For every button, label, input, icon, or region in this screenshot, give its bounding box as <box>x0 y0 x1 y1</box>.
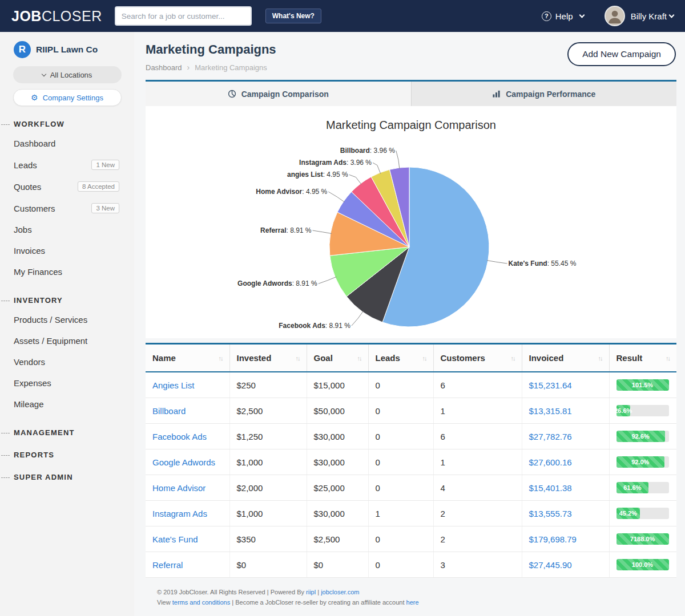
search-input[interactable] <box>115 6 252 26</box>
cell-name: Angies List <box>146 372 229 398</box>
add-new-campaign-button[interactable]: Add New Campaign <box>567 42 676 66</box>
sidebar: R RIIPL Lawn Co All Locations ⚙ Company … <box>0 32 134 616</box>
column-header-invoiced[interactable]: Invoiced↑↓ <box>522 344 609 372</box>
all-locations-dropdown[interactable]: All Locations <box>13 66 122 83</box>
company-settings-button[interactable]: ⚙ Company Settings <box>13 89 122 106</box>
cell-goal: $15,000 <box>307 372 368 398</box>
sort-icon[interactable]: ↑↓ <box>296 355 300 362</box>
campaign-link-instagram-ads[interactable]: Instagram Ads <box>152 509 207 518</box>
column-label: Goal <box>314 353 333 363</box>
sidebar-item-expenses[interactable]: Expenses <box>0 372 134 394</box>
column-header-name[interactable]: Name↑↓ <box>146 344 229 372</box>
cell-invested: $2,000 <box>229 475 307 501</box>
pie-label-billboard: Billboard: 3.96 % <box>340 147 395 155</box>
sidebar-section-super-admin: SUPER ADMIN <box>0 473 134 481</box>
breadcrumb-current: Marketing Campaigns <box>195 63 267 72</box>
invoice-link-kate-s-fund[interactable]: $179,698.79 <box>529 534 577 544</box>
table-row: Google Adwords$1,000$30,00001$27,600.169… <box>146 449 676 475</box>
invoice-link-facebook-ads[interactable]: $27,782.76 <box>529 432 572 441</box>
progress-bar-fill: 101.5% <box>616 379 669 391</box>
pie-label-connector <box>349 175 361 184</box>
sort-icon[interactable]: ↑↓ <box>511 355 515 362</box>
sidebar-item-label: Expenses <box>14 378 51 388</box>
cell-invoiced: $179,698.79 <box>522 526 609 552</box>
user-menu[interactable]: Billy Kraft <box>631 11 674 21</box>
campaign-link-billboard[interactable]: Billboard <box>152 406 186 416</box>
chevron-down-icon <box>579 12 585 18</box>
progress-bar-track: 26.6% <box>616 405 669 416</box>
cell-name: Kate's Fund <box>146 526 229 552</box>
sidebar-item-label: Leads <box>14 160 37 170</box>
avatar[interactable] <box>605 6 625 26</box>
sidebar-item-leads[interactable]: Leads1 New <box>0 154 134 176</box>
logo-light: CLOSER <box>42 8 102 24</box>
page-title: Marketing Campaigns <box>146 42 276 57</box>
sidebar-item-customers[interactable]: Customers3 New <box>0 197 134 219</box>
campaign-link-google-adwords[interactable]: Google Adwords <box>152 457 215 467</box>
cell-leads: 0 <box>368 526 433 552</box>
sort-icon[interactable]: ↑↓ <box>219 355 223 362</box>
sidebar-item-label: Customers <box>14 204 55 213</box>
sort-icon[interactable]: ↑↓ <box>598 355 602 362</box>
cell-leads: 0 <box>368 475 433 501</box>
sidebar-item-my-finances[interactable]: My Finances <box>0 261 134 282</box>
cell-leads: 0 <box>368 424 433 449</box>
cell-goal: $2,500 <box>307 526 368 552</box>
help-label: Help <box>555 11 573 21</box>
sort-icon[interactable]: ↑↓ <box>357 355 361 362</box>
breadcrumb-dashboard[interactable]: Dashboard <box>146 63 182 72</box>
campaign-link-home-advisor[interactable]: Home Advisor <box>152 483 206 493</box>
affiliate-link[interactable]: here <box>406 599 419 606</box>
sidebar-item-label: Invoices <box>14 246 45 256</box>
sidebar-item-invoices[interactable]: Invoices <box>0 240 134 261</box>
invoice-link-home-advisor[interactable]: $15,401.38 <box>529 483 572 493</box>
cell-name: Referral <box>146 552 229 578</box>
sidebar-item-jobs[interactable]: Jobs <box>0 219 134 240</box>
column-label: Customers <box>441 353 485 363</box>
column-header-invested[interactable]: Invested↑↓ <box>229 344 307 372</box>
sidebar-item-label: Mileage <box>14 399 44 409</box>
cell-invoiced: $15,401.38 <box>522 475 609 501</box>
riipl-link[interactable]: riipl <box>306 589 316 595</box>
invoice-link-angies-list[interactable]: $15,231.64 <box>529 380 572 390</box>
progress-bar-fill: 92.0% <box>616 456 665 468</box>
progress-bar-track: 101.5% <box>616 379 669 391</box>
invoice-link-billboard[interactable]: $13,315.81 <box>529 406 572 416</box>
cell-invested: $1,000 <box>229 501 307 526</box>
sidebar-item-products-services[interactable]: Products / Services <box>0 309 134 330</box>
progress-label: 45.2% <box>619 510 637 517</box>
campaign-link-referral[interactable]: Referral <box>152 560 183 570</box>
tab-campaign-comparison[interactable]: Campaign Comparison <box>146 82 411 106</box>
jobcloser-link[interactable]: jobcloser.com <box>321 589 359 595</box>
help-menu[interactable]: ? Help <box>542 11 584 21</box>
chart-title: Marketing Campaign Comparison <box>146 106 676 132</box>
column-header-leads[interactable]: Leads↑↓ <box>368 344 433 372</box>
sidebar-item-vendors[interactable]: Vendors <box>0 351 134 372</box>
column-header-result[interactable]: Result↑↓ <box>609 344 676 372</box>
column-header-goal[interactable]: Goal↑↓ <box>307 344 368 372</box>
app-logo[interactable]: JOBCLOSER <box>11 8 102 25</box>
cell-name: Google Adwords <box>146 449 229 475</box>
sort-icon[interactable]: ↑↓ <box>422 355 426 362</box>
sort-icon[interactable]: ↑↓ <box>666 355 670 362</box>
sidebar-item-dashboard[interactable]: Dashboard <box>0 133 134 154</box>
sidebar-item-assets-equipment[interactable]: Assets / Equipment <box>0 330 134 351</box>
cell-invested: $1,250 <box>229 424 307 449</box>
invoice-link-referral[interactable]: $27,445.90 <box>529 560 572 570</box>
sidebar-item-quotes[interactable]: Quotes8 Accepted <box>0 176 134 197</box>
terms-link[interactable]: terms and conditions <box>172 599 231 606</box>
tab-campaign-performance[interactable]: Campaign Performance <box>411 82 677 106</box>
invoice-link-instagram-ads[interactable]: $13,555.73 <box>529 509 572 518</box>
sidebar-item-mileage[interactable]: Mileage <box>0 394 134 415</box>
whats-new-button[interactable]: What's New? <box>265 9 321 23</box>
sidebar-item-label: Jobs <box>14 225 32 234</box>
column-header-customers[interactable]: Customers↑↓ <box>433 344 522 372</box>
campaign-link-kate-s-fund[interactable]: Kate's Fund <box>152 534 198 544</box>
invoice-link-google-adwords[interactable]: $27,600.16 <box>529 457 572 467</box>
progress-bar-fill: 61.6% <box>616 482 649 493</box>
table-header-row: Name↑↓Invested↑↓Goal↑↓Leads↑↓Customers↑↓… <box>146 344 676 372</box>
campaign-link-angies-list[interactable]: Angies List <box>152 380 194 390</box>
pie-label-connector <box>396 151 400 169</box>
campaign-link-facebook-ads[interactable]: Facebook Ads <box>152 432 207 441</box>
cell-customers: 2 <box>433 526 522 552</box>
